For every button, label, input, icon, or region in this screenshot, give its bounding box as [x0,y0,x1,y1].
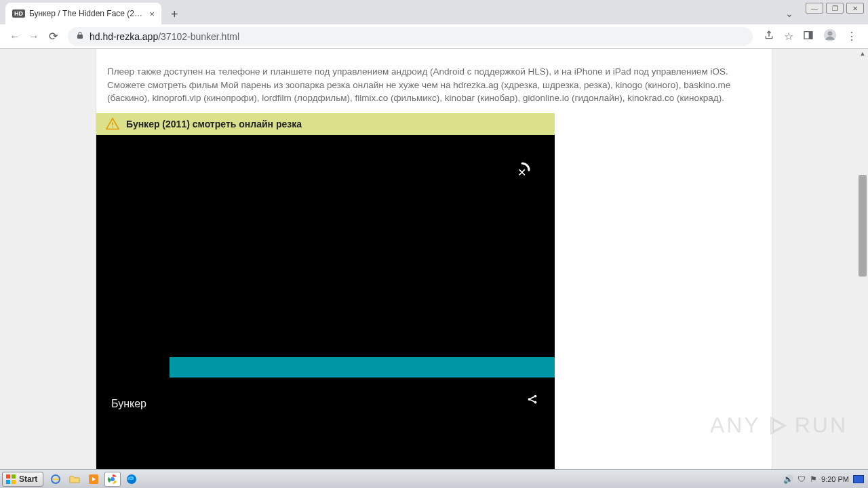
page-viewport: Плеер также доступен на телефоне и планш… [0,49,868,469]
url-host: hd.hd-rezka.app [90,31,158,42]
loading-spinner-icon [514,162,530,178]
new-tab-button[interactable]: + [168,5,181,24]
side-panel-icon[interactable] [803,30,814,43]
close-window-button[interactable]: ✕ [846,3,864,14]
watermark-right: RUN [795,413,848,438]
scroll-thumb[interactable] [859,175,867,277]
svg-point-3 [828,31,833,36]
watermark: ANY RUN [710,413,848,438]
content-container: Плеер также доступен на телефоне и планш… [96,49,772,469]
svg-rect-11 [12,480,16,484]
volume-icon[interactable]: 🔊 [783,474,793,484]
back-button[interactable]: ← [5,27,24,46]
svg-rect-9 [12,474,16,479]
tab-strip: HD Бункер / The Hidden Face (2011) - С ×… [0,0,868,24]
toolbar-actions: ☆ ⋮ [758,28,863,45]
close-icon[interactable]: × [149,9,155,19]
svg-rect-10 [6,480,10,484]
browser-tab[interactable]: HD Бункер / The Hidden Face (2011) - С × [5,3,161,24]
security-icon[interactable]: 🛡 [797,474,806,484]
svg-rect-1 [809,31,812,39]
bookmark-icon[interactable]: ☆ [784,30,793,43]
video-player[interactable]: ✕ Бункер [96,135,555,469]
maximize-button[interactable]: ❐ [826,3,844,14]
address-bar[interactable]: hd.hd-rezka.app/37102-bunker.html [68,27,753,46]
page-scrollbar[interactable]: ▲ [857,49,868,469]
reload-button[interactable]: ⟳ [43,27,62,46]
notice-bar: Бункер (2011) смотреть онлайн резка [96,113,555,135]
windows-logo-icon [5,474,16,485]
ie-icon[interactable] [47,472,64,487]
svg-rect-8 [6,474,10,479]
warning-icon [106,117,119,131]
watermark-left: ANY [710,413,761,438]
edge-icon[interactable] [123,472,140,487]
progress-bar[interactable] [170,357,555,378]
notice-text: Бункер (2011) смотреть онлайн резка [126,119,302,129]
browser-toolbar: ← → ⟳ hd.hd-rezka.app/37102-bunker.html … [0,24,868,49]
profile-icon[interactable] [823,28,837,45]
taskbar-apps [47,472,140,487]
svg-point-4 [112,126,113,127]
chevron-down-icon[interactable]: ⌄ [785,8,793,19]
chrome-icon[interactable] [104,472,121,487]
scroll-up-icon[interactable]: ▲ [859,50,867,57]
flag-icon[interactable]: ⚑ [810,474,817,484]
window-controls: — ❐ ✕ [806,3,864,14]
tab-favicon: HD [12,9,25,18]
taskbar: Start 🔊 🛡 ⚑ 9:20 PM [0,469,868,488]
player-title: Бункер [111,398,146,410]
browser-chrome: HD Бункер / The Hidden Face (2011) - С ×… [0,0,868,49]
share-page-icon[interactable] [764,30,774,43]
description-text: Плеер также доступен на телефоне и планш… [96,65,772,105]
start-button[interactable]: Start [2,472,43,487]
clock[interactable]: 9:20 PM [821,475,849,483]
share-icon[interactable] [526,393,538,409]
forward-button[interactable]: → [24,27,43,46]
start-label: Start [19,474,37,484]
menu-icon[interactable]: ⋮ [846,30,857,43]
tab-title: Бункер / The Hidden Face (2011) - С [29,9,145,18]
minimize-button[interactable]: — [806,3,823,14]
system-tray: 🔊 🛡 ⚑ 9:20 PM [783,474,868,484]
play-outline-icon [766,414,789,437]
media-player-icon[interactable] [85,472,102,487]
url-path: /37102-bunker.html [158,31,239,42]
lock-icon [76,31,84,41]
show-desktop-icon[interactable] [853,475,864,483]
explorer-icon[interactable] [66,472,83,487]
